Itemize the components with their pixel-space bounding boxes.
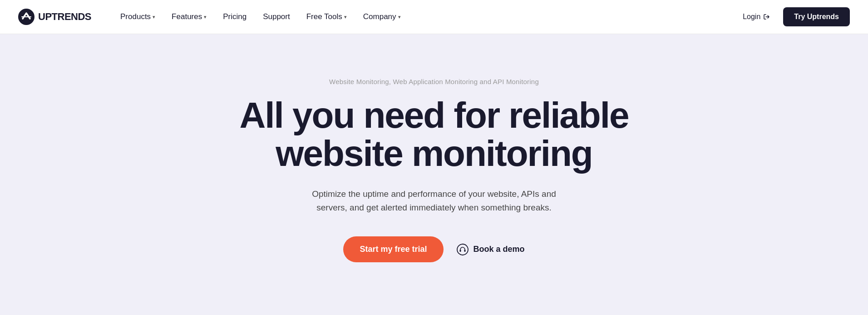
svg-point-2 — [457, 244, 468, 255]
header: UPTRENDS Products ▾ Features ▾ Pricing S… — [0, 0, 868, 34]
login-arrow-icon — [763, 13, 770, 20]
nav-free-tools[interactable]: Free Tools ▾ — [299, 9, 354, 25]
free-tools-chevron-icon: ▾ — [344, 14, 347, 20]
features-chevron-icon: ▾ — [204, 14, 207, 20]
header-right: Login Try Uptrends — [737, 7, 850, 26]
main-nav: Products ▾ Features ▾ Pricing Support Fr… — [113, 9, 737, 25]
nav-products[interactable]: Products ▾ — [113, 9, 163, 25]
login-button[interactable]: Login — [737, 9, 776, 25]
logo[interactable]: UPTRENDS — [18, 9, 91, 25]
products-chevron-icon: ▾ — [153, 14, 155, 20]
nav-company[interactable]: Company ▾ — [356, 9, 408, 25]
nav-pricing[interactable]: Pricing — [216, 9, 254, 25]
hero-description: Optimize the uptime and performance of y… — [302, 187, 566, 215]
nav-features[interactable]: Features ▾ — [164, 9, 214, 25]
hero-cta-group: Start my free trial Book a demo — [343, 236, 524, 262]
hero-title: All you need for reliable website monito… — [240, 96, 629, 173]
nav-support[interactable]: Support — [256, 9, 297, 25]
try-uptrends-button[interactable]: Try Uptrends — [783, 7, 850, 26]
hero-section: Website Monitoring, Web Application Moni… — [0, 34, 868, 315]
logo-text: UPTRENDS — [38, 11, 91, 23]
start-trial-button[interactable]: Start my free trial — [343, 236, 443, 262]
company-chevron-icon: ▾ — [398, 14, 401, 20]
headset-icon — [456, 243, 469, 256]
svg-rect-4 — [464, 250, 465, 252]
svg-rect-3 — [459, 250, 461, 252]
hero-subtitle: Website Monitoring, Web Application Moni… — [329, 78, 539, 85]
uptrends-logo-icon — [18, 9, 35, 25]
book-demo-button[interactable]: Book a demo — [456, 243, 525, 256]
